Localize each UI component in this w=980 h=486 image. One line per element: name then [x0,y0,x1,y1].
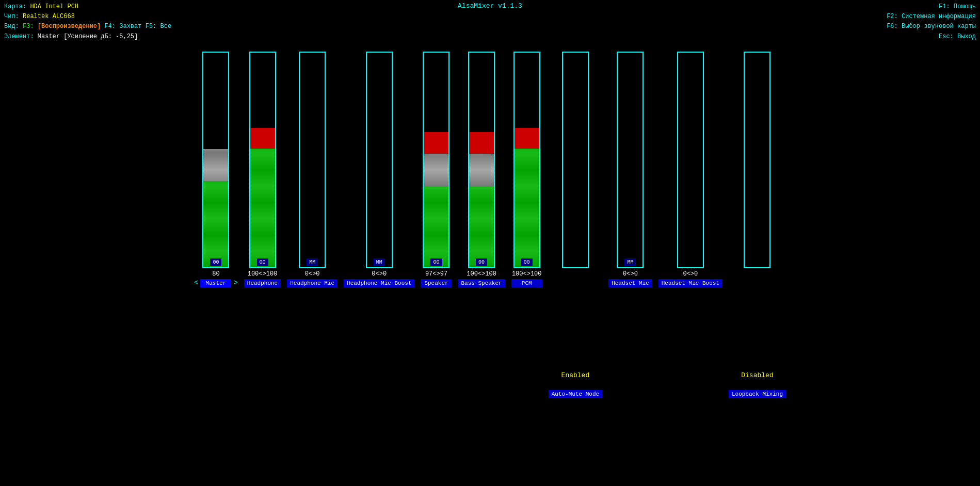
fader-loopback-mixing [744,52,770,268]
value-box-pcm: 00 [521,258,533,266]
help-f2: F2: Системная информация [887,12,976,22]
channel-master[interactable]: 0080<Master> [194,52,238,287]
help-f6: F6: Выбор звуковой карты [887,22,976,31]
name-bar-loopback-mixing[interactable]: Loopback Mixing [729,390,786,398]
name-bar-headset-mic[interactable]: Headset Mic [608,279,652,287]
numeric-master: 80 [212,270,219,278]
numeric-headphone-mic-boost: 0<>0 [372,270,387,278]
nav-right-master[interactable]: > [233,279,237,287]
view-f4: F4: Захват [104,23,141,30]
channel-headphone-mic-boost[interactable]: MM0<>0Headphone Mic Boost [344,52,414,287]
fader-headset-mic[interactable]: MM [617,52,644,268]
name-bar-headset-mic-boost[interactable]: Headset Mic Boost [658,279,722,287]
value-box-headphone-mic-boost: MM [374,258,385,266]
view-f5: F5: Все [146,23,171,30]
value-box-master: 00 [210,258,221,266]
fader-headphone[interactable]: 00 [249,52,276,268]
status-loopback-mixing: Disabled [741,371,773,379]
name-bar-speaker[interactable]: Speaker [421,279,452,287]
channel-headset-mic-boost[interactable]: 0<>0Headset Mic Boost [658,52,722,287]
header-left: Карта: HDA Intel PCH Чип: Realtek ALC668… [4,2,171,42]
numeric-bass-speaker: 100<>100 [467,270,496,278]
element-label: Элемент: [4,33,34,40]
value-box-speaker: 00 [430,258,442,266]
card-value: HDA Intel PCH [30,3,78,10]
channel-speaker[interactable]: 0097<>97Speaker [421,52,452,287]
numeric-pcm: 100<>100 [512,270,542,278]
channel-auto-mute-mode[interactable]: Enabled Auto-Mute Mode [549,52,602,398]
numeric-loopback-mixing [756,381,759,388]
name-bar-headphone-mic-boost[interactable]: Headphone Mic Boost [344,279,414,287]
fader-headphone-mic-boost[interactable]: MM [366,52,393,268]
nav-master: <Master> [194,278,238,287]
channel-loopback-mixing[interactable]: Disabled Loopback Mixing [729,52,786,398]
value-box-headphone-mic: MM [307,258,318,266]
fader-headset-mic-boost[interactable] [677,52,704,268]
help-esc: Esc: Выход [887,32,976,42]
value-box-headphone: 00 [257,258,268,266]
card-info: Карта: HDA Intel PCH [4,2,171,12]
numeric-headset-mic: 0<>0 [623,270,638,278]
chip-info: Чип: Realtek ALC668 [4,12,171,22]
view-info: Вид: F3: [Воспроизведение] F4: Захват F5… [4,22,171,31]
element-info: Элемент: Master [Усиление дБ: -5,25] [4,32,171,42]
card-label: Карта: [4,3,26,10]
fader-pcm[interactable]: 00 [513,52,540,268]
name-bar-pcm[interactable]: PCM [511,279,542,287]
chip-label: Чип: [4,13,19,20]
header-right: F1: Помощь F2: Системная информация F6: … [887,2,976,42]
fader-bass-speaker[interactable]: 00 [468,52,495,268]
nav-left-master[interactable]: < [194,279,198,287]
numeric-auto-mute-mode [573,381,577,388]
help-f1: F1: Помощь [887,2,976,12]
app-title: AlsaMixer v1.1.3 [458,2,522,10]
channel-bass-speaker[interactable]: 00100<>100Bass Speaker [458,52,505,287]
numeric-headphone-mic: 0<>0 [305,270,320,278]
chip-value: Realtek ALC668 [23,13,75,20]
status-auto-mute-mode: Enabled [561,371,590,379]
channel-headset-mic[interactable]: MM0<>0Headset Mic [608,52,652,287]
name-bar-headphone[interactable]: Headphone [244,279,281,287]
channel-headphone[interactable]: 00100<>100Headphone [244,52,281,287]
fader-auto-mute-mode [562,52,589,268]
numeric-headset-mic-boost: 0<>0 [683,270,698,278]
channel-headphone-mic[interactable]: MM0<>0Headphone Mic [287,52,338,287]
channel-pcm[interactable]: 00100<>100PCM [511,52,542,287]
view-label: Вид: [4,23,19,30]
name-bar-auto-mute-mode[interactable]: Auto-Mute Mode [549,390,602,398]
header: AlsaMixer v1.1.3 Карта: HDA Intel PCH Чи… [0,0,980,14]
numeric-speaker: 97<>97 [425,270,447,278]
name-bar-bass-speaker[interactable]: Bass Speaker [458,279,505,287]
view-f3: F3: [23,23,34,30]
element-value: Master [Усиление дБ: -5,25] [38,33,138,40]
fader-master[interactable]: 00 [202,52,229,268]
value-box-bass-speaker: 00 [476,258,487,266]
fader-headphone-mic[interactable]: MM [299,52,326,268]
name-bar-headphone-mic[interactable]: Headphone Mic [287,279,338,287]
fader-speaker[interactable]: 00 [423,52,449,268]
view-f3-val: [Воспроизведение] [38,23,101,30]
value-box-headset-mic: MM [624,258,636,266]
mixer-area: 0080<Master>00100<>100HeadphoneMM0<>0Hea… [0,41,980,486]
numeric-headphone: 100<>100 [248,270,278,278]
name-bar-master[interactable]: Master [200,279,231,287]
